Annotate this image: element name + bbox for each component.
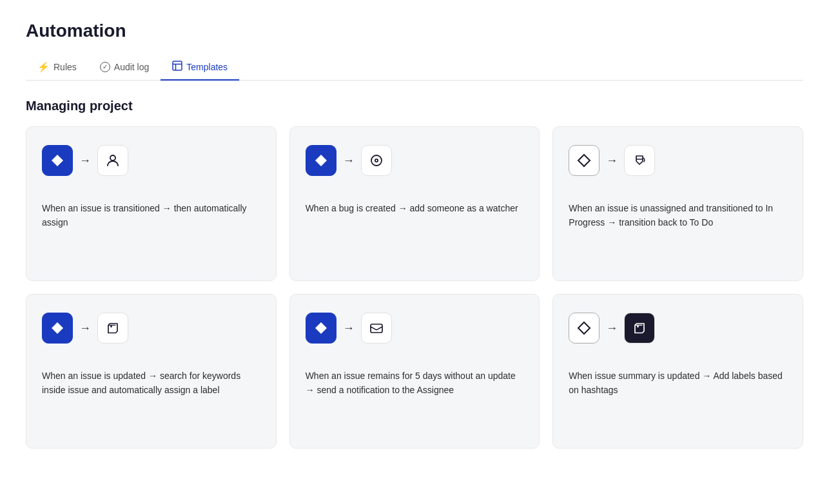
- section-title: Managing project: [26, 99, 803, 113]
- svg-point-8: [375, 160, 376, 161]
- card-icons-4: →: [42, 313, 260, 344]
- template-card-4[interactable]: → When an issue is updated → search for …: [26, 294, 277, 449]
- svg-point-11: [110, 325, 112, 327]
- card-text-6: When issue summary is updated → Add labe…: [569, 369, 787, 397]
- arrow-icon-2: →: [343, 154, 355, 168]
- svg-marker-5: [315, 155, 327, 166]
- template-card-2[interactable]: → When a bug is created → add someone as…: [289, 126, 540, 281]
- trigger-icon-1: [42, 145, 73, 176]
- arrow-icon-3: →: [606, 154, 618, 168]
- svg-rect-13: [371, 324, 382, 333]
- card-text-5: When an issue remains for 5 days without…: [306, 369, 524, 397]
- rules-icon: ⚡: [37, 61, 50, 73]
- action-icon-3: [624, 145, 655, 176]
- card-text-4: When an issue is updated → search for ke…: [42, 369, 260, 397]
- card-icons-6: →: [569, 313, 787, 344]
- svg-marker-3: [52, 155, 63, 166]
- svg-marker-12: [315, 322, 327, 334]
- svg-point-15: [637, 325, 639, 327]
- arrow-icon-4: →: [79, 322, 91, 335]
- arrow-icon-6: →: [606, 322, 618, 335]
- template-card-1[interactable]: → When an issue is transitioned → then a…: [26, 126, 277, 281]
- tab-rules-label: Rules: [54, 62, 77, 72]
- action-icon-5: [361, 313, 392, 344]
- audit-icon: ✓: [100, 62, 110, 72]
- trigger-icon-2: [306, 145, 336, 176]
- trigger-icon-6: [569, 313, 600, 344]
- card-icons-3: →: [569, 145, 787, 176]
- tab-templates-label: Templates: [186, 62, 228, 72]
- arrow-icon-5: →: [343, 322, 355, 335]
- page-title: Automation: [26, 21, 803, 41]
- svg-marker-14: [578, 322, 590, 334]
- action-icon-1: [97, 145, 128, 176]
- trigger-icon-4: [42, 313, 73, 344]
- template-card-5[interactable]: → When an issue remains for 5 days witho…: [289, 294, 540, 449]
- card-text-3: When an issue is unassigned and transiti…: [569, 202, 787, 229]
- tab-templates[interactable]: Templates: [161, 54, 239, 81]
- card-icons-2: →: [306, 145, 524, 176]
- svg-marker-10: [52, 322, 63, 334]
- card-text-2: When a bug is created → add someone as a…: [306, 202, 524, 216]
- tab-audit-log[interactable]: ✓ Audit log: [88, 54, 161, 81]
- action-icon-4: [97, 313, 128, 344]
- template-card-3[interactable]: → When an issue is unassigned and transi…: [552, 126, 803, 281]
- card-icons-1: →: [42, 145, 260, 176]
- action-icon-2: [361, 145, 392, 176]
- tab-audit-label: Audit log: [114, 62, 149, 72]
- svg-rect-0: [173, 61, 182, 70]
- trigger-icon-5: [306, 313, 336, 344]
- template-card-6[interactable]: → When issue summary is updated → Add la…: [552, 294, 803, 449]
- svg-point-4: [110, 155, 115, 160]
- tab-rules[interactable]: ⚡ Rules: [26, 54, 88, 81]
- card-icons-5: →: [306, 313, 524, 344]
- svg-marker-9: [578, 155, 590, 166]
- card-text-1: When an issue is transitioned → then aut…: [42, 202, 260, 229]
- trigger-icon-3: [569, 145, 600, 176]
- arrow-icon-1: →: [79, 154, 91, 168]
- tab-bar: ⚡ Rules ✓ Audit log Templates: [26, 54, 803, 81]
- action-icon-6: [624, 313, 655, 344]
- templates-icon: [172, 61, 182, 73]
- cards-grid: → When an issue is transitioned → then a…: [26, 126, 803, 449]
